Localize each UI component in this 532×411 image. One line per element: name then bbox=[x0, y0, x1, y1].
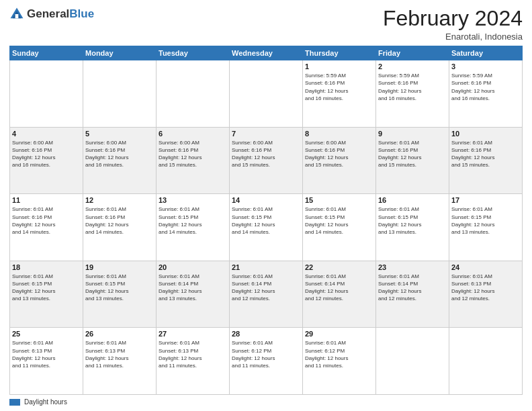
day-info: Sunrise: 6:01 AM Sunset: 6:15 PM Dayligh… bbox=[12, 273, 81, 303]
day-number: 12 bbox=[85, 196, 154, 204]
day-number: 17 bbox=[451, 196, 520, 204]
day-info: Sunrise: 6:01 AM Sunset: 6:15 PM Dayligh… bbox=[232, 205, 300, 236]
header-saturday: Saturday bbox=[449, 46, 523, 60]
day-info: Sunrise: 6:01 AM Sunset: 6:16 PM Dayligh… bbox=[378, 139, 447, 169]
day-info: Sunrise: 6:01 AM Sunset: 6:13 PM Dayligh… bbox=[85, 339, 154, 369]
table-row: 11Sunrise: 6:01 AM Sunset: 6:16 PM Dayli… bbox=[10, 194, 83, 261]
footer-label: Daylight hours bbox=[24, 398, 67, 406]
calendar-body: 1Sunrise: 5:59 AM Sunset: 6:16 PM Daylig… bbox=[10, 60, 523, 395]
calendar-week-row: 25Sunrise: 6:01 AM Sunset: 6:13 PM Dayli… bbox=[10, 328, 523, 395]
day-number: 24 bbox=[451, 263, 520, 271]
day-info: Sunrise: 6:01 AM Sunset: 6:14 PM Dayligh… bbox=[159, 273, 227, 303]
day-number: 19 bbox=[85, 263, 154, 271]
day-number: 23 bbox=[378, 263, 447, 271]
table-row bbox=[83, 60, 157, 128]
logo-general: General bbox=[27, 7, 69, 20]
table-row: 7Sunrise: 6:00 AM Sunset: 6:16 PM Daylig… bbox=[230, 127, 303, 194]
day-number: 3 bbox=[451, 62, 520, 71]
day-info: Sunrise: 6:00 AM Sunset: 6:16 PM Dayligh… bbox=[232, 139, 300, 169]
title-block: February 2024 Enarotali, Indonesia bbox=[383, 7, 523, 42]
subtitle: Enarotali, Indonesia bbox=[383, 32, 523, 42]
day-number: 5 bbox=[85, 130, 154, 138]
main-title: February 2024 bbox=[383, 7, 523, 30]
logo-text: GeneralBlue bbox=[27, 8, 94, 21]
day-info: Sunrise: 6:01 AM Sunset: 6:12 PM Dayligh… bbox=[305, 339, 373, 369]
calendar-week-row: 4Sunrise: 6:00 AM Sunset: 6:16 PM Daylig… bbox=[10, 127, 523, 194]
day-info: Sunrise: 5:59 AM Sunset: 6:16 PM Dayligh… bbox=[305, 72, 373, 102]
day-info: Sunrise: 5:59 AM Sunset: 6:16 PM Dayligh… bbox=[378, 72, 447, 102]
day-number: 20 bbox=[159, 263, 227, 271]
page: GeneralBlue February 2024 Enarotali, Ind… bbox=[0, 0, 532, 411]
table-row: 13Sunrise: 6:01 AM Sunset: 6:15 PM Dayli… bbox=[157, 194, 230, 261]
day-info: Sunrise: 6:00 AM Sunset: 6:16 PM Dayligh… bbox=[305, 139, 373, 169]
table-row: 4Sunrise: 6:00 AM Sunset: 6:16 PM Daylig… bbox=[10, 127, 83, 194]
calendar-week-row: 1Sunrise: 5:59 AM Sunset: 6:16 PM Daylig… bbox=[10, 60, 523, 128]
day-info: Sunrise: 6:00 AM Sunset: 6:16 PM Dayligh… bbox=[159, 139, 227, 169]
table-row bbox=[157, 60, 230, 128]
table-row: 22Sunrise: 6:01 AM Sunset: 6:14 PM Dayli… bbox=[303, 261, 376, 328]
day-number: 1 bbox=[305, 62, 373, 71]
table-row: 5Sunrise: 6:00 AM Sunset: 6:16 PM Daylig… bbox=[83, 127, 157, 194]
footer-swatch bbox=[9, 399, 20, 406]
day-number: 27 bbox=[159, 330, 227, 338]
day-info: Sunrise: 6:01 AM Sunset: 6:15 PM Dayligh… bbox=[159, 205, 227, 236]
table-row: 10Sunrise: 6:01 AM Sunset: 6:16 PM Dayli… bbox=[449, 127, 523, 194]
day-info: Sunrise: 6:00 AM Sunset: 6:16 PM Dayligh… bbox=[85, 139, 154, 169]
day-number: 28 bbox=[232, 330, 300, 338]
header-thursday: Thursday bbox=[303, 46, 376, 60]
table-row bbox=[230, 60, 303, 128]
day-number: 18 bbox=[12, 263, 81, 271]
header: GeneralBlue February 2024 Enarotali, Ind… bbox=[9, 7, 523, 42]
day-info: Sunrise: 6:01 AM Sunset: 6:13 PM Dayligh… bbox=[451, 273, 520, 303]
table-row: 14Sunrise: 6:01 AM Sunset: 6:15 PM Dayli… bbox=[230, 194, 303, 261]
table-row: 21Sunrise: 6:01 AM Sunset: 6:14 PM Dayli… bbox=[230, 261, 303, 328]
table-row: 2Sunrise: 5:59 AM Sunset: 6:16 PM Daylig… bbox=[376, 60, 449, 128]
day-info: Sunrise: 6:00 AM Sunset: 6:16 PM Dayligh… bbox=[12, 139, 81, 169]
day-number: 8 bbox=[305, 130, 373, 138]
day-number: 10 bbox=[451, 130, 520, 138]
day-number: 16 bbox=[378, 196, 447, 204]
day-number: 13 bbox=[159, 196, 227, 204]
header-tuesday: Tuesday bbox=[157, 46, 230, 60]
table-row: 17Sunrise: 6:01 AM Sunset: 6:15 PM Dayli… bbox=[449, 194, 523, 261]
day-info: Sunrise: 6:01 AM Sunset: 6:14 PM Dayligh… bbox=[232, 273, 300, 303]
day-number: 14 bbox=[232, 196, 300, 204]
table-row: 26Sunrise: 6:01 AM Sunset: 6:13 PM Dayli… bbox=[83, 328, 157, 395]
calendar-week-row: 18Sunrise: 6:01 AM Sunset: 6:15 PM Dayli… bbox=[10, 261, 523, 328]
day-info: Sunrise: 6:01 AM Sunset: 6:15 PM Dayligh… bbox=[378, 205, 447, 236]
table-row: 16Sunrise: 6:01 AM Sunset: 6:15 PM Dayli… bbox=[376, 194, 449, 261]
day-info: Sunrise: 6:01 AM Sunset: 6:16 PM Dayligh… bbox=[451, 139, 520, 169]
table-row bbox=[376, 328, 449, 395]
day-info: Sunrise: 6:01 AM Sunset: 6:13 PM Dayligh… bbox=[12, 339, 81, 369]
header-monday: Monday bbox=[83, 46, 157, 60]
table-row: 6Sunrise: 6:00 AM Sunset: 6:16 PM Daylig… bbox=[157, 127, 230, 194]
table-row: 29Sunrise: 6:01 AM Sunset: 6:12 PM Dayli… bbox=[303, 328, 376, 395]
day-number: 15 bbox=[305, 196, 373, 204]
table-row: 3Sunrise: 5:59 AM Sunset: 6:16 PM Daylig… bbox=[449, 60, 523, 128]
day-number: 7 bbox=[232, 130, 300, 138]
header-wednesday: Wednesday bbox=[230, 46, 303, 60]
day-info: Sunrise: 6:01 AM Sunset: 6:14 PM Dayligh… bbox=[305, 273, 373, 303]
table-row: 18Sunrise: 6:01 AM Sunset: 6:15 PM Dayli… bbox=[10, 261, 83, 328]
table-row: 28Sunrise: 6:01 AM Sunset: 6:12 PM Dayli… bbox=[230, 328, 303, 395]
logo: GeneralBlue bbox=[9, 7, 94, 21]
table-row: 8Sunrise: 6:00 AM Sunset: 6:16 PM Daylig… bbox=[303, 127, 376, 194]
table-row: 27Sunrise: 6:01 AM Sunset: 6:13 PM Dayli… bbox=[157, 328, 230, 395]
logo-icon bbox=[9, 7, 24, 21]
calendar-table: Sunday Monday Tuesday Wednesday Thursday… bbox=[9, 46, 523, 395]
day-info: Sunrise: 6:01 AM Sunset: 6:15 PM Dayligh… bbox=[451, 205, 520, 236]
day-info: Sunrise: 6:01 AM Sunset: 6:12 PM Dayligh… bbox=[232, 339, 300, 369]
day-number: 25 bbox=[12, 330, 81, 338]
day-number: 4 bbox=[12, 130, 81, 138]
table-row bbox=[449, 328, 523, 395]
day-number: 2 bbox=[378, 62, 447, 71]
day-number: 29 bbox=[305, 330, 373, 338]
calendar-header-row: Sunday Monday Tuesday Wednesday Thursday… bbox=[10, 46, 523, 60]
table-row: 9Sunrise: 6:01 AM Sunset: 6:16 PM Daylig… bbox=[376, 127, 449, 194]
table-row: 15Sunrise: 6:01 AM Sunset: 6:15 PM Dayli… bbox=[303, 194, 376, 261]
footer: Daylight hours bbox=[9, 398, 523, 406]
logo-blue: Blue bbox=[69, 7, 94, 20]
day-number: 26 bbox=[85, 330, 154, 338]
day-info: Sunrise: 6:01 AM Sunset: 6:16 PM Dayligh… bbox=[85, 205, 154, 236]
day-info: Sunrise: 6:01 AM Sunset: 6:15 PM Dayligh… bbox=[305, 205, 373, 236]
